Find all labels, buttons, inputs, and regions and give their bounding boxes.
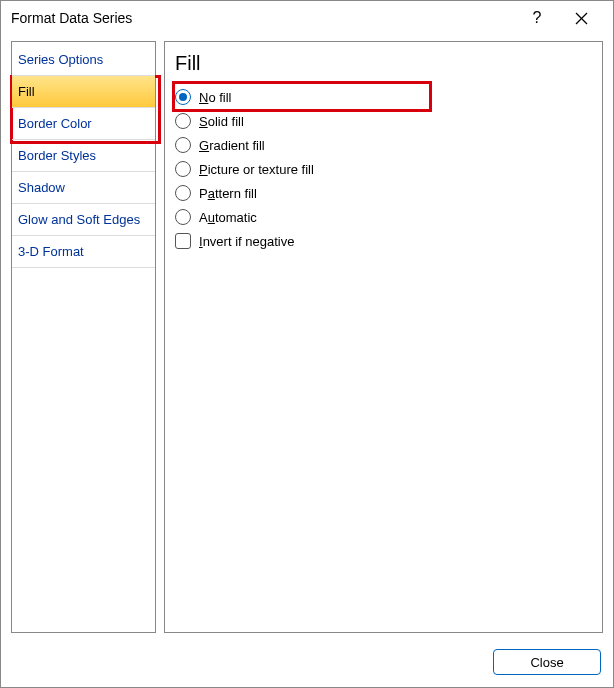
radio-solid-fill[interactable]: Solid fill xyxy=(175,113,592,129)
radio-pattern-fill[interactable]: Pattern fill xyxy=(175,185,592,201)
radio-automatic[interactable]: Automatic xyxy=(175,209,592,225)
sidebar-item-shadow[interactable]: Shadow xyxy=(12,172,155,204)
radio-icon xyxy=(175,89,191,105)
main-panel: Fill No fillSolid fillGradient fillPictu… xyxy=(164,41,603,633)
close-icon xyxy=(575,12,588,25)
sidebar: Series OptionsFillBorder ColorBorder Sty… xyxy=(11,41,156,633)
sidebar-item-label: Border Styles xyxy=(18,148,96,163)
radio-icon xyxy=(175,209,191,225)
option-label: Invert if negative xyxy=(199,234,294,249)
option-label: Solid fill xyxy=(199,114,244,129)
option-label: No fill xyxy=(199,90,232,105)
sidebar-item-glow-and-soft-edges[interactable]: Glow and Soft Edges xyxy=(12,204,155,236)
radio-gradient-fill[interactable]: Gradient fill xyxy=(175,137,592,153)
option-label: Automatic xyxy=(199,210,257,225)
sidebar-item-border-styles[interactable]: Border Styles xyxy=(12,140,155,172)
sidebar-item-label: Fill xyxy=(18,84,35,99)
radio-icon xyxy=(175,161,191,177)
panel-heading: Fill xyxy=(175,52,592,75)
help-button[interactable]: ? xyxy=(515,9,559,27)
format-data-series-dialog: Format Data Series ? Series OptionsFillB… xyxy=(0,0,614,688)
content-area: Series OptionsFillBorder ColorBorder Sty… xyxy=(1,35,613,639)
option-label: Picture or texture fill xyxy=(199,162,314,177)
close-button[interactable]: Close xyxy=(493,649,601,675)
option-label: Gradient fill xyxy=(199,138,265,153)
radio-no-fill[interactable]: No fill xyxy=(175,89,592,105)
radio-picture-or-texture-fill[interactable]: Picture or texture fill xyxy=(175,161,592,177)
sidebar-item-label: Glow and Soft Edges xyxy=(18,212,140,227)
close-window-button[interactable] xyxy=(559,12,603,25)
radio-icon xyxy=(175,113,191,129)
title-bar: Format Data Series ? xyxy=(1,1,613,35)
checkbox-invert-if-negative[interactable]: Invert if negative xyxy=(175,233,592,249)
window-title: Format Data Series xyxy=(11,10,515,26)
checkbox-icon xyxy=(175,233,191,249)
sidebar-item-series-options[interactable]: Series Options xyxy=(12,44,155,76)
sidebar-item-3-d-format[interactable]: 3-D Format xyxy=(12,236,155,268)
sidebar-item-label: Border Color xyxy=(18,116,92,131)
options-list: No fillSolid fillGradient fillPicture or… xyxy=(175,89,592,249)
sidebar-item-fill[interactable]: Fill xyxy=(12,76,155,108)
footer: Close xyxy=(1,639,613,687)
radio-icon xyxy=(175,137,191,153)
sidebar-item-label: Series Options xyxy=(18,52,103,67)
sidebar-item-border-color[interactable]: Border Color xyxy=(12,108,155,140)
option-label: Pattern fill xyxy=(199,186,257,201)
sidebar-item-label: Shadow xyxy=(18,180,65,195)
sidebar-item-label: 3-D Format xyxy=(18,244,84,259)
radio-dot xyxy=(179,93,187,101)
radio-icon xyxy=(175,185,191,201)
